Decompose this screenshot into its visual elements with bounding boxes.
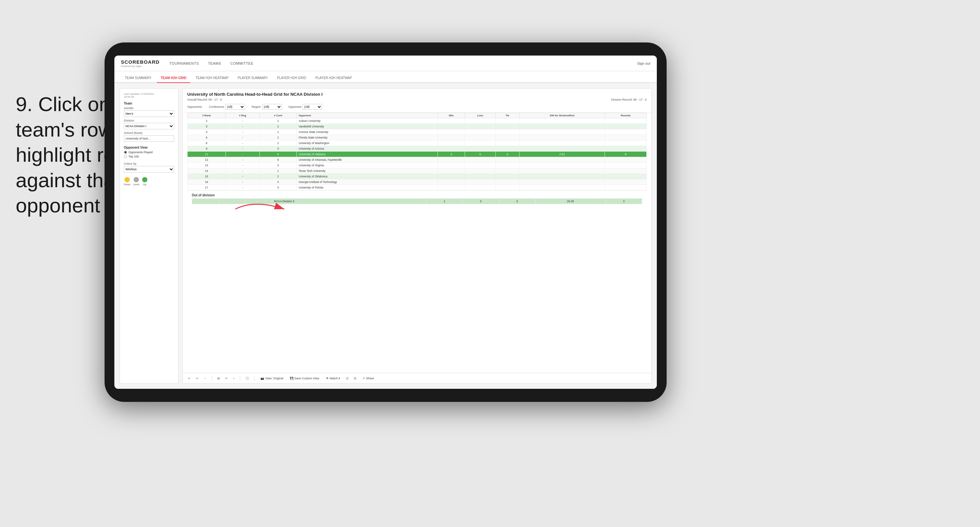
tab-team-h2h-heatmap[interactable]: TEAM H2H HEATMAP [191,73,232,83]
table-row[interactable]: 15 - 2 University of Oklahoma [188,174,647,179]
cell-diff [519,146,605,151]
cell-tie [496,146,520,151]
opponents-label: Opponents: [187,105,203,108]
nav-committee[interactable]: COMMITTEE [231,61,254,66]
cell-rounds: 8 [605,151,647,157]
cell-tie [496,174,520,179]
cell-tie [496,168,520,174]
cell-opponent: University of Virginia [297,163,438,168]
cell-reg: - [226,135,260,140]
opponent-select[interactable]: (All) [302,104,322,110]
cell-rank: 14 [188,168,226,174]
cell-conf: 1 [259,168,296,174]
cell-diff [519,168,605,174]
save-custom-button[interactable]: 💾 Save Custom View [288,376,321,381]
ood-rounds: 3 [606,199,642,204]
cell-reg: - [226,151,260,157]
undo-button[interactable]: ↩ [186,376,192,381]
cell-loss [465,157,496,163]
redo-button[interactable]: ↪ [194,376,200,381]
sign-out-link[interactable]: Sign out [637,61,650,65]
school-label: School (Rank) [124,131,174,135]
division-label: Division [124,119,174,122]
cell-rank: 11 [188,151,226,157]
ood-tie: 0 [499,199,535,204]
watch-button[interactable]: 👁 Watch ▾ [324,376,342,381]
cell-opponent: University of Washington [297,140,438,146]
cell-rounds [605,129,647,135]
tab-team-h2h-grid[interactable]: TEAM H2H GRID [157,73,191,83]
ood-reg [219,199,245,204]
left-panel: Last Updated: 27/03/2024 16:55:38 Team G… [119,88,178,384]
radio-opponents-played[interactable]: Opponents Played [124,151,174,154]
view-original-button[interactable]: 📷 View: Original [258,376,285,381]
cell-diff [519,118,605,124]
radio-top100[interactable]: Top 100 [124,155,174,158]
share-button[interactable]: ↗ Share [360,376,376,381]
cell-rounds [605,185,647,191]
toolbar-misc-5[interactable]: ⊟ [353,376,358,381]
cell-conf: 5 [259,151,296,157]
grid-records: Overall Record: 89 - 17 - 0 Division Rec… [187,98,647,101]
toolbar-misc-3[interactable]: ○ [232,376,236,381]
cell-conf: 4 [259,179,296,185]
cell-conf: 3 [259,163,296,168]
cell-opponent: University of Arizona [297,146,438,151]
toolbar-misc-2[interactable]: ✂ [224,376,229,381]
cell-conf: 2 [259,174,296,179]
division-select[interactable]: NCAA Division I [124,123,174,129]
nav-teams[interactable]: TEAMS [208,61,221,66]
cell-reg: - [226,140,260,146]
cell-diff: 2.61 [519,151,605,157]
ood-loss: 0 [463,199,499,204]
table-row[interactable]: 8 - 2 University of Washington [188,140,647,146]
colour-by-select[interactable]: Win/loss [124,166,174,172]
table-row[interactable]: 13 - 3 University of Virginia [188,163,647,168]
cell-win [438,163,465,168]
table-row[interactable]: 2 - 1 Auburn University [188,118,647,124]
cell-rounds [605,168,647,174]
tab-player-h2h-heatmap[interactable]: PLAYER H2H HEATMAP [312,73,356,83]
col-win: Win [438,113,465,118]
clock-button[interactable]: 🕐 [244,376,250,381]
table-row[interactable]: 16 - 4 Georgia Institute of Technology [188,179,647,185]
cell-rounds [605,118,647,124]
tab-team-summary[interactable]: TEAM SUMMARY [121,73,156,83]
school-rank-display: University of Nort... [124,135,174,142]
region-select[interactable]: (All) [262,104,282,110]
cell-reg: - [226,168,260,174]
grid-panel: University of North Carolina Head-to-Hea… [182,88,652,384]
legend-down-circle [124,177,130,182]
table-row[interactable]: 12 - 6 University of Arkansas, Fayettevi… [188,157,647,163]
table-row[interactable]: 9 - 3 University of Arizona [188,146,647,151]
col-loss: Loss [465,113,496,118]
region-filter: Region (All) [251,104,282,110]
table-row[interactable]: 3 - 2 Vanderbilt University [188,124,647,129]
gender-select[interactable]: Men's [124,110,174,117]
col-rank: # Rank [188,113,226,118]
toolbar-misc-4[interactable]: ⊡ [345,376,350,381]
grid-title: University of North Carolina Head-to-Hea… [187,92,647,97]
cell-tie [496,135,520,140]
table-row[interactable]: 4 - 1 Arizona State University [188,129,647,135]
col-opponent: Opponent [297,113,438,118]
filter-row: Opponents: Conference (All) Region (All) [187,104,647,110]
cell-opponent: Georgia Institute of Technology [297,179,438,185]
table-row[interactable]: 14 - 1 Texas Tech University [188,168,647,174]
table-row[interactable]: 6 - 2 Florida State University [188,135,647,140]
table-row[interactable]: 11 - 5 University of Alabama 3 0 0 2.61 … [188,151,647,157]
cell-rank: 2 [188,118,226,124]
tab-player-summary[interactable]: PLAYER SUMMARY [234,73,272,83]
conference-select[interactable]: (All) [226,104,245,110]
tab-player-h2h-grid[interactable]: PLAYER H2H GRID [273,73,310,83]
logo-sub: Powered by clippi [121,65,159,68]
toolbar-misc-1[interactable]: ⊞ [216,376,221,381]
cell-win [438,157,465,163]
radio-group: Opponents Played Top 100 [124,151,174,158]
cell-reg: - [226,124,260,129]
ood-row[interactable]: NCAA Division II 1 0 0 26.00 3 [192,199,642,204]
table-row[interactable]: 17 - 3 University of Florida [188,185,647,191]
back-button[interactable]: ← [202,376,208,381]
cell-diff [519,140,605,146]
nav-tournaments[interactable]: TOURNAMENTS [169,61,199,66]
